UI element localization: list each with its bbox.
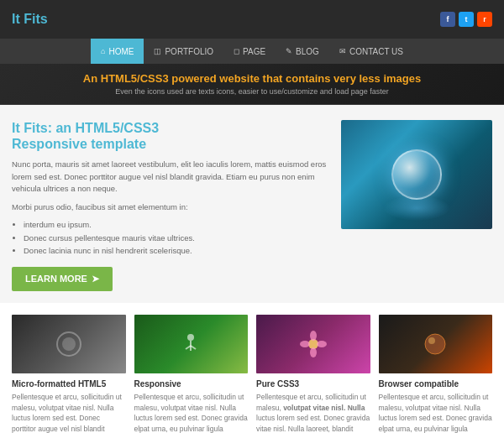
sphere-decoration: [418, 327, 452, 361]
hero-text: It Fits: an HTML5/CSS3Responsive templat…: [12, 120, 329, 291]
social-icons: f t r: [440, 12, 492, 27]
banner-title: An HTML5/CSS3 powered website that conta…: [12, 72, 492, 85]
hero-list-item: Donec cursus pellentesque mauris vitae u…: [24, 232, 329, 244]
feature-image-4: [379, 315, 493, 373]
feature-highlight-3: volutpat vitae nisl. Nulla: [283, 404, 365, 412]
features-section: Micro-formatted HTML5 Pellentesque et ar…: [0, 303, 504, 433]
banner-subtitle: Even the icons used are texts icons, eas…: [12, 87, 492, 96]
nav-page[interactable]: ◻ PAGE: [223, 39, 276, 64]
features-grid: Micro-formatted HTML5 Pellentesque et ar…: [12, 315, 492, 433]
svg-point-2: [187, 334, 194, 341]
svg-point-1: [62, 337, 76, 351]
hero-list: interdum eu ipsum. Donec cursus pellente…: [12, 218, 329, 257]
feature-image-1: [12, 315, 126, 373]
hero-body-2: Morbi purus odio, faucibus sit amet elem…: [12, 201, 329, 213]
feature-item-4: Browser compatible Pellentesque et arcu,…: [379, 315, 493, 433]
nav-page-label: PAGE: [243, 47, 265, 56]
home-icon: ⌂: [101, 47, 105, 55]
hero-list-item: Donec lacinia nunc in nisl hendrerit sce…: [24, 244, 329, 257]
nav-portfolio[interactable]: ◫ PORTFOLIO: [144, 39, 223, 64]
svg-point-10: [317, 341, 327, 347]
nav-contact-label: CONTACT US: [349, 47, 403, 56]
feature-title-2: Responsive: [134, 379, 249, 389]
cyclist-decoration: [174, 327, 207, 361]
feature-item-1: Micro-formatted HTML5 Pellentesque et ar…: [12, 315, 126, 433]
svg-point-12: [428, 337, 435, 344]
logo: It Fits: [12, 12, 48, 27]
promo-banner: An HTML5/CSS3 powered website that conta…: [0, 64, 504, 105]
svg-point-8: [310, 347, 317, 357]
nav-contact[interactable]: ✉ CONTACT US: [329, 39, 413, 64]
nav-portfolio-label: PORTFOLIO: [165, 47, 213, 56]
hero-list-item: interdum eu ipsum.: [24, 218, 329, 231]
feature-title-4: Browser compatible: [379, 379, 493, 389]
feature-body-2: Pellentesque et arcu, sollicitudin ut ma…: [134, 392, 249, 433]
hero-section: It Fits: an HTML5/CSS3Responsive templat…: [0, 105, 504, 303]
learn-more-button[interactable]: LEARN MORE ➤: [12, 267, 113, 291]
feature-body-4: Pellentesque et arcu, sollicitudin ut ma…: [379, 392, 493, 433]
nav-home-label: HOME: [108, 47, 134, 56]
facebook-icon[interactable]: f: [440, 12, 455, 27]
nav-home[interactable]: ⌂ HOME: [91, 39, 144, 64]
feature-item-3: Pure CSS3 Pellentesque et arcu, sollicit…: [256, 315, 370, 433]
feature-title-1: Micro-formatted HTML5: [12, 379, 126, 389]
navbar: ⌂ HOME ◫ PORTFOLIO ◻ PAGE ✎ BLOG ✉ CONTA…: [0, 39, 504, 64]
learn-more-label: LEARN MORE: [25, 274, 87, 284]
hero-body-1: Nunc porta, mauris sit amet laoreet vest…: [12, 159, 329, 195]
portfolio-icon: ◫: [154, 47, 161, 55]
nav-blog[interactable]: ✎ BLOG: [276, 39, 329, 64]
feature-body-1: Pellentesque et arcu, sollicitudin ut ma…: [12, 392, 126, 433]
contact-icon: ✉: [339, 47, 346, 55]
water-drop-decoration: [391, 149, 442, 200]
hero-image: [341, 120, 492, 291]
page-icon: ◻: [234, 47, 239, 55]
svg-point-7: [310, 331, 317, 341]
camera-decoration: [52, 327, 86, 361]
header: It Fits f t r: [0, 0, 504, 39]
flower-decoration: [297, 327, 330, 361]
feature-image-2: [134, 315, 249, 373]
nav-blog-label: BLOG: [296, 47, 319, 56]
svg-point-9: [300, 341, 310, 347]
feature-body-3: Pellentesque et arcu, sollicitudin ut ma…: [256, 392, 370, 433]
arrow-icon: ➤: [92, 274, 99, 284]
hero-photo: [341, 120, 492, 229]
svg-point-11: [425, 334, 445, 354]
rss-icon[interactable]: r: [477, 12, 492, 27]
feature-item-2: Responsive Pellentesque et arcu, sollici…: [134, 315, 249, 433]
feature-image-3: [256, 315, 370, 373]
hero-title: It Fits: an HTML5/CSS3Responsive templat…: [12, 120, 329, 152]
feature-title-3: Pure CSS3: [256, 379, 370, 389]
blog-icon: ✎: [286, 47, 292, 55]
splash-decoration: [383, 196, 450, 221]
twitter-icon[interactable]: t: [459, 12, 474, 27]
